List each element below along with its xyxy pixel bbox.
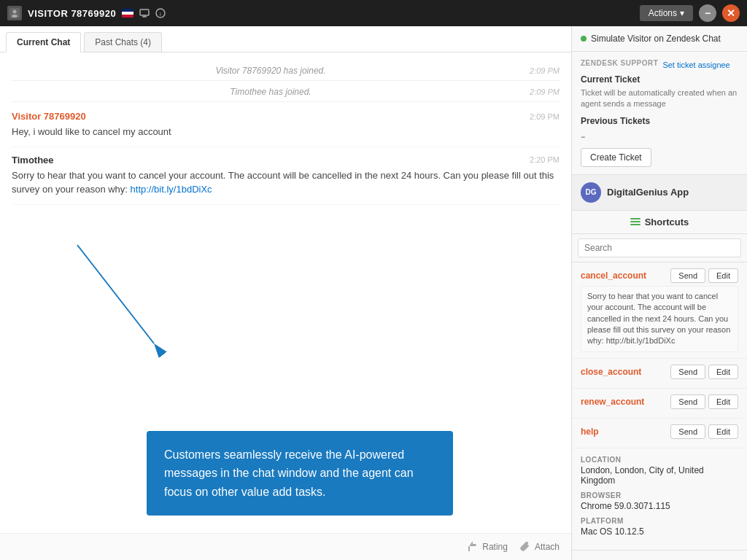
right-panel: Simulate Visitor on Zendesk Chat ZENDESK… <box>572 26 747 560</box>
shortcut-cancel-account: cancel_account Send Edit Sorry to hear t… <box>572 262 747 359</box>
svg-point-2 <box>12 15 18 18</box>
shortcut-renew-edit[interactable]: Edit <box>708 394 738 409</box>
platform-value: Mac OS 10.12.5 <box>581 526 738 537</box>
location-label: LOCATION <box>581 456 738 464</box>
attach-action[interactable]: Attach <box>519 541 560 553</box>
shortcut-cancel-preview: Sorry to hear that you want to cancel yo… <box>581 286 738 352</box>
dg-header: DG DigitalGenius App <box>572 175 747 211</box>
thumbs-up-icon <box>467 541 479 553</box>
browser-value: Chrome 59.0.3071.115 <box>581 501 738 511</box>
location-value: London, London, City of, United Kingdom <box>581 465 738 486</box>
set-assignee-link[interactable]: Set ticket assignee <box>662 61 729 69</box>
shortcut-help: help Send Edit <box>572 419 747 448</box>
system-message-2: Timothee has joined. 2:09 PM <box>12 82 560 102</box>
location-section: LOCATION London, London, City of, United… <box>572 448 747 551</box>
platform-label: PLATFORM <box>581 517 738 525</box>
shortcut-cancel-edit[interactable]: Edit <box>708 268 738 283</box>
visitor-timestamp: 2:09 PM <box>530 112 560 121</box>
search-box <box>572 234 747 262</box>
shortcuts-header: Shortcuts <box>572 211 747 234</box>
dg-title: DigitalGenius App <box>607 187 689 198</box>
agent-message: Timothee 2:20 PM Sorry to hear that you … <box>12 147 560 205</box>
flag-uk-icon <box>122 9 133 18</box>
current-ticket-text: Ticket will be automatically created whe… <box>581 88 738 110</box>
agent-text: Sorry to hear that you want to cancel yo… <box>12 168 560 197</box>
visitor-sender: Visitor 78769920 <box>12 111 86 122</box>
shortcut-close-send[interactable]: Send <box>670 365 705 379</box>
monitor-icon <box>139 8 150 18</box>
visitor-title: VISITOR 78769920 <box>28 8 116 19</box>
annotation-area: Customers seamlessly receive the AI-powe… <box>12 205 560 525</box>
agent-link[interactable]: http://bit.ly/1bdDiXc <box>131 184 212 195</box>
chat-area: Visitor 78769920 has joined. 2:09 PM Tim… <box>0 52 571 533</box>
dg-avatar: DG <box>581 182 601 203</box>
svg-rect-3 <box>140 9 149 15</box>
shortcut-close-account: close_account Send Edit <box>572 359 747 389</box>
shortcuts-icon <box>630 218 640 225</box>
shortcut-help-edit[interactable]: Edit <box>708 424 738 439</box>
svg-point-1 <box>13 10 17 14</box>
shortcut-renew-name: renew_account <box>581 397 644 407</box>
shortcuts-label: Shortcuts <box>645 217 689 228</box>
svg-line-9 <box>77 245 154 343</box>
chat-bottom-bar: Rating Attach <box>0 533 571 560</box>
shortcut-close-edit[interactable]: Edit <box>708 365 738 379</box>
tab-past-chats[interactable]: Past Chats (4) <box>84 32 162 52</box>
current-ticket-title: Current Ticket <box>581 74 738 85</box>
minimize-button[interactable]: − <box>699 4 716 22</box>
shortcut-help-send[interactable]: Send <box>670 424 705 439</box>
svg-text:i: i <box>160 11 161 18</box>
main-layout: Current Chat Past Chats (4) Visitor 7876… <box>0 26 747 560</box>
agent-timestamp: 2:20 PM <box>530 155 560 164</box>
visitor-message: Visitor 78769920 2:09 PM Hey, i would li… <box>12 104 560 147</box>
agent-sender: Timothee <box>12 155 54 166</box>
shortcuts-search-input[interactable] <box>578 238 741 257</box>
rating-action[interactable]: Rating <box>467 541 508 553</box>
zendesk-label: ZENDESK SUPPORT <box>581 59 658 67</box>
app-header: VISITOR 78769920 i Actions ▾ − ✕ <box>0 0 747 26</box>
create-ticket-button[interactable]: Create Ticket <box>581 148 651 167</box>
browser-label: BROWSER <box>581 491 738 499</box>
previous-tickets-title: Previous Tickets <box>581 116 738 126</box>
shortcut-cancel-send[interactable]: Send <box>670 268 705 283</box>
zendesk-section: ZENDESK SUPPORT Set ticket assignee Curr… <box>572 52 747 175</box>
tab-current-chat[interactable]: Current Chat <box>6 32 81 52</box>
info-icon: i <box>155 8 166 18</box>
simulate-section: Simulate Visitor on Zendesk Chat <box>572 26 747 52</box>
close-button[interactable]: ✕ <box>722 4 740 22</box>
visitor-avatar <box>7 6 22 20</box>
left-panel: Current Chat Past Chats (4) Visitor 7876… <box>0 26 572 560</box>
shortcut-renew-account: renew_account Send Edit <box>572 389 747 419</box>
system-message-1: Visitor 78769920 has joined. 2:09 PM <box>12 61 560 81</box>
previous-tickets-value: - <box>581 129 738 144</box>
shortcut-close-name: close_account <box>581 367 641 377</box>
header-left: VISITOR 78769920 i <box>7 6 166 20</box>
chat-tabs: Current Chat Past Chats (4) <box>0 26 571 52</box>
header-right: Actions ▾ − ✕ <box>640 4 740 22</box>
simulate-button[interactable]: Simulate Visitor on Zendesk Chat <box>581 34 721 44</box>
shortcut-cancel-name: cancel_account <box>581 271 646 281</box>
green-dot-icon <box>581 36 587 42</box>
visitor-text: Hey, i would like to cancel my account <box>12 125 560 139</box>
actions-button[interactable]: Actions ▾ <box>640 5 693 21</box>
shortcut-renew-send[interactable]: Send <box>670 394 705 409</box>
annotation-tooltip: Customers seamlessly receive the AI-powe… <box>147 431 453 516</box>
shortcut-help-name: help <box>581 427 599 437</box>
annotation-arrow <box>12 205 194 365</box>
attach-icon <box>519 541 531 553</box>
